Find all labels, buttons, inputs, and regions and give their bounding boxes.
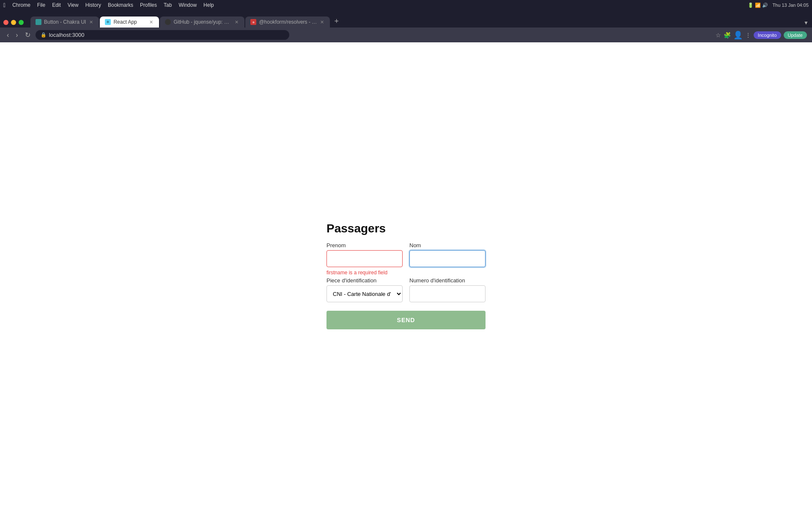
- close-window-button[interactable]: [3, 20, 8, 25]
- back-button[interactable]: ‹: [5, 30, 11, 40]
- numero-group: Numero d'identification: [409, 277, 486, 302]
- prenom-group: Prenom firstname is a required field: [326, 242, 403, 276]
- menu-edit[interactable]: Edit: [52, 2, 61, 8]
- id-row: Piece d'identification CNI - Carte Natio…: [326, 277, 486, 302]
- more-icon[interactable]: ⋮: [745, 32, 751, 39]
- menu-bookmarks[interactable]: Bookmarks: [108, 2, 133, 8]
- tab-strip-overflow[interactable]: ▼: [800, 18, 812, 28]
- profile-avatar[interactable]: 👤: [733, 30, 743, 40]
- apple-menu[interactable]: : [3, 2, 5, 8]
- npm-favicon: n: [250, 19, 256, 25]
- update-button[interactable]: Update: [784, 31, 807, 39]
- menu-bar:  Chrome File Edit View History Bookmark…: [0, 0, 812, 10]
- bookmark-star-icon[interactable]: ☆: [716, 32, 721, 39]
- react-favicon: ⚛: [105, 19, 111, 25]
- piece-group: Piece d'identification CNI - Carte Natio…: [326, 277, 403, 302]
- tab-react[interactable]: ⚛ React App ✕: [100, 17, 159, 28]
- tab-react-close[interactable]: ✕: [148, 19, 154, 25]
- chakra-favicon: [36, 19, 41, 25]
- nom-label: Nom: [409, 242, 486, 248]
- page-content: Passagers Prenom firstname is a required…: [0, 42, 812, 508]
- menu-file[interactable]: File: [37, 2, 45, 8]
- tab-react-label: React App: [113, 19, 146, 25]
- prenom-label: Prenom: [326, 242, 403, 248]
- menu-profiles[interactable]: Profiles: [140, 2, 157, 8]
- clock: Thu 13 Jan 04:05: [772, 3, 809, 8]
- secure-icon: 🔒: [41, 32, 47, 38]
- name-row: Prenom firstname is a required field Nom: [326, 242, 486, 276]
- address-display: localhost:3000: [49, 32, 85, 38]
- maximize-window-button[interactable]: [19, 20, 24, 25]
- passagers-form: Passagers Prenom firstname is a required…: [326, 222, 486, 329]
- menu-tab[interactable]: Tab: [164, 2, 172, 8]
- tab-chakra-label: Button - Chakra UI: [44, 19, 86, 25]
- numero-label: Numero d'identification: [409, 277, 486, 284]
- github-favicon: [165, 19, 171, 25]
- piece-label: Piece d'identification: [326, 277, 403, 284]
- tab-npm[interactable]: n @hookform/resolvers - npm ✕: [245, 17, 330, 28]
- form-title: Passagers: [326, 222, 386, 235]
- reload-button[interactable]: ↻: [23, 30, 32, 40]
- tab-bar: Button - Chakra UI ✕ ⚛ React App ✕ GitHu…: [27, 13, 800, 28]
- prenom-input[interactable]: [326, 250, 403, 267]
- piece-select[interactable]: CNI - Carte Nationale d'Identité Passepo…: [326, 285, 403, 302]
- tab-npm-close[interactable]: ✕: [319, 19, 325, 25]
- forward-button[interactable]: ›: [14, 30, 19, 40]
- browser-chrome: Button - Chakra UI ✕ ⚛ React App ✕ GitHu…: [0, 10, 812, 42]
- extensions-puzzle-icon[interactable]: 🧩: [724, 32, 731, 39]
- address-bar: ‹ › ↻ 🔒 localhost:3000 ☆ 🧩 👤 ⋮ Incognito…: [0, 28, 812, 42]
- nom-input[interactable]: [409, 250, 486, 267]
- address-input-wrap[interactable]: 🔒 localhost:3000: [36, 30, 289, 40]
- minimize-window-button[interactable]: [11, 20, 16, 25]
- prenom-error: firstname is a required field: [326, 270, 403, 276]
- numero-input[interactable]: [409, 285, 486, 302]
- system-icons: 🔋 📶 🔊: [748, 3, 768, 8]
- menu-help[interactable]: Help: [203, 2, 214, 8]
- incognito-button[interactable]: Incognito: [754, 31, 781, 39]
- address-bar-right: ☆ 🧩 👤 ⋮ Incognito Update: [716, 30, 807, 40]
- tab-github-label: GitHub - jquense/yup: Dead s...: [173, 19, 231, 25]
- menu-bar-right: 🔋 📶 🔊 Thu 13 Jan 04:05: [748, 3, 809, 8]
- menu-history[interactable]: History: [85, 2, 101, 8]
- tab-github-close[interactable]: ✕: [234, 19, 239, 25]
- menu-chrome[interactable]: Chrome: [12, 2, 30, 8]
- menu-window[interactable]: Window: [178, 2, 197, 8]
- tab-chakra-close[interactable]: ✕: [88, 19, 94, 25]
- window-controls: [0, 17, 27, 28]
- tab-npm-label: @hookform/resolvers - npm: [259, 19, 317, 25]
- tab-github[interactable]: GitHub - jquense/yup: Dead s... ✕: [160, 17, 244, 28]
- send-button[interactable]: SEND: [326, 311, 486, 329]
- menu-view[interactable]: View: [68, 2, 79, 8]
- new-tab-button[interactable]: +: [331, 15, 342, 28]
- tab-chakra[interactable]: Button - Chakra UI ✕: [30, 17, 99, 28]
- nom-group: Nom: [409, 242, 486, 276]
